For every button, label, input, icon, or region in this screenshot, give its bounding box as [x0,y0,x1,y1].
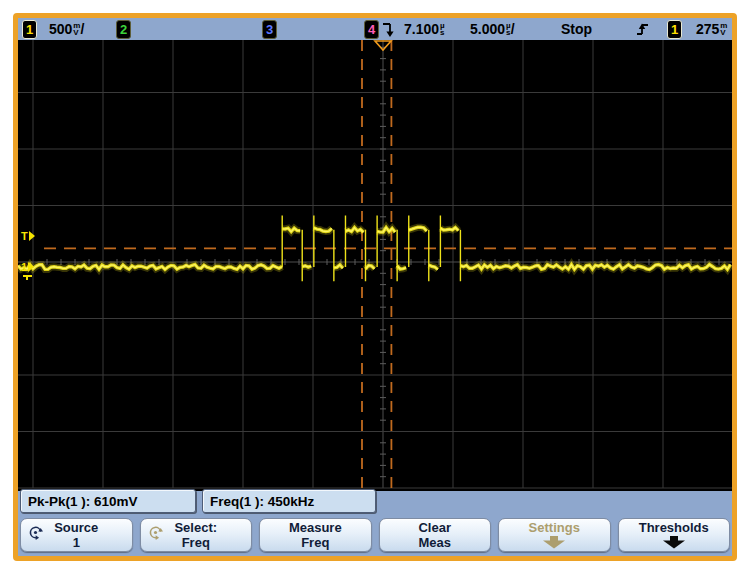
rotary-knob-icon [28,525,43,540]
trigger-level-marker: T [21,230,35,242]
trigger-level-readout: 275mV [696,20,727,38]
ground-symbol-icon [23,275,32,281]
channel-4-badge: 4 [364,20,379,39]
softkey-label: Source [54,520,98,535]
softkey-source[interactable]: Source 1 [20,518,133,552]
waveform-plot [18,40,732,491]
softkey-thresholds[interactable]: Thresholds [618,518,731,552]
softkey-row: Source 1 Select: Freq Measure Freq Clear… [20,518,730,552]
softkey-label: Measure [289,520,342,535]
softkey-label: Settings [529,520,580,535]
channel-2-badge: 2 [116,20,131,39]
down-arrow-icon [537,536,571,549]
acquisition-state: Stop [561,20,592,38]
timebase-readout: 5.000µs/ [470,20,515,38]
softkey-value: Freq [182,535,210,550]
trigger-edge-icon [636,20,649,38]
softkey-select[interactable]: Select: Freq [140,518,253,552]
rotary-knob-icon [148,525,163,540]
waveform-display: T 1 [18,40,732,491]
channel-1-ground-marker: 1 [21,261,34,273]
channel-1-badge: 1 [22,20,37,39]
channel-3-badge: 3 [262,20,277,39]
time-reference-icon [381,20,395,38]
down-arrow-icon [657,536,691,549]
trigger-source-badge: 1 [667,20,682,39]
softkey-clear-meas[interactable]: Clear Meas [379,518,492,552]
status-bar: 1 500mV/ 2 3 4 7.100µs 5.000µs/ Stop 1 2… [18,18,732,40]
scope-screen: 1 500mV/ 2 3 4 7.100µs 5.000µs/ Stop 1 2… [18,18,732,556]
softkey-label: Select: [174,520,217,535]
softkey-value: 1 [73,535,80,550]
softkey-value: Freq [301,535,329,550]
channel-1-scale: 500mV/ [49,20,84,38]
measurement-freq: Freq(1 ): 450kHz [202,489,376,513]
delay-readout: 7.100µs [404,20,445,38]
softkey-value: Meas [418,535,451,550]
softkey-label: Clear [418,520,451,535]
softkey-measure[interactable]: Measure Freq [259,518,372,552]
measurement-pkpk: Pk-Pk(1 ): 610mV [20,489,196,513]
scope-screen-bezel: 1 500mV/ 2 3 4 7.100µs 5.000µs/ Stop 1 2… [13,13,737,561]
softkey-label: Thresholds [639,520,709,535]
softkey-settings[interactable]: Settings [498,518,611,552]
